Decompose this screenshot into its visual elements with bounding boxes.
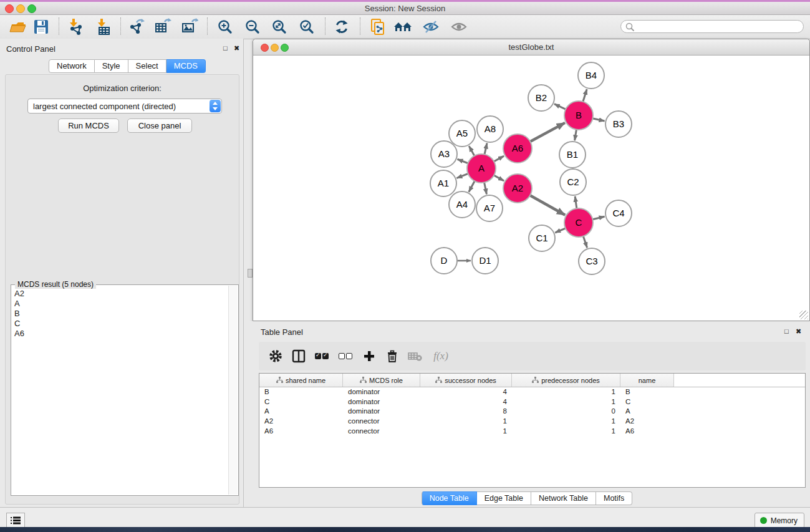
search-input[interactable] (637, 22, 803, 32)
table-row[interactable]: Bdominator41B (259, 387, 805, 397)
cell-name[interactable]: B (620, 387, 674, 397)
column-header-predecessor-nodes[interactable]: predecessor nodes (512, 374, 620, 387)
tab-mcds[interactable]: MCDS (166, 59, 206, 73)
close-panel-button[interactable]: Close panel (127, 118, 192, 133)
node-A5[interactable]: A5 (449, 120, 475, 147)
node-D1[interactable]: D1 (472, 248, 498, 274)
show-all-button[interactable] (448, 16, 470, 37)
result-item[interactable]: A2 (12, 289, 228, 299)
node-C4[interactable]: C4 (605, 200, 632, 226)
cell-name[interactable]: A6 (620, 427, 674, 437)
tab-network[interactable]: Network (49, 59, 95, 73)
cell-MCDS-role[interactable]: dominator (343, 407, 420, 417)
save-session-button[interactable] (31, 16, 52, 37)
node-B[interactable]: B (564, 101, 593, 130)
cell-predecessor-nodes[interactable]: 1 (512, 427, 620, 437)
cell-name[interactable]: C (620, 397, 674, 407)
window-resize-grip[interactable] (799, 311, 808, 319)
column-header-shared-name[interactable]: shared name (259, 374, 343, 387)
result-item[interactable]: A6 (12, 329, 228, 339)
node-C[interactable]: C (564, 208, 593, 237)
tab-select[interactable]: Select (128, 59, 166, 73)
column-header-MCDS-role[interactable]: MCDS role (343, 374, 420, 387)
select-all-button[interactable] (312, 347, 331, 365)
cell-shared-name[interactable]: A6 (259, 427, 343, 437)
result-item[interactable]: A (12, 299, 228, 309)
node-A6[interactable]: A6 (503, 134, 532, 163)
table-row[interactable]: Cdominator41C (259, 397, 805, 407)
memory-button[interactable]: Memory (755, 513, 804, 528)
cell-shared-name[interactable]: A2 (259, 417, 343, 427)
node-A3[interactable]: A3 (431, 141, 457, 167)
result-item[interactable]: B (12, 309, 228, 319)
export-image-button[interactable] (179, 16, 200, 37)
node-A7[interactable]: A7 (476, 195, 503, 221)
node-A[interactable]: A (467, 154, 496, 183)
node-A8[interactable]: A8 (477, 116, 503, 142)
close-panel-icon[interactable]: ✖ (234, 44, 239, 52)
node-C2[interactable]: C2 (560, 169, 586, 195)
criterion-select[interactable]: largest connected component (directed) (27, 99, 222, 114)
node-C1[interactable]: C1 (529, 225, 555, 251)
table-row[interactable]: A6connector11A6 (259, 427, 805, 437)
home-button[interactable] (393, 16, 414, 37)
cell-predecessor-nodes[interactable]: 1 (512, 397, 620, 407)
zoom-fit-button[interactable] (269, 16, 290, 37)
export-network-button[interactable] (126, 16, 147, 37)
cell-successor-nodes[interactable]: 1 (420, 427, 512, 437)
tab-edge-table[interactable]: Edge Table (477, 491, 531, 505)
node-A1[interactable]: A1 (430, 170, 456, 196)
open-session-button[interactable] (7, 16, 28, 37)
clone-network-button[interactable] (367, 16, 388, 37)
network-canvas[interactable]: B4B2BB3A8A5A6A3B1AC2A1A2A4A7C4CC1C3DD1 (253, 56, 809, 321)
node-B3[interactable]: B3 (605, 111, 632, 137)
cell-successor-nodes[interactable]: 4 (420, 387, 512, 397)
function-builder-button[interactable]: f(x) (428, 347, 453, 365)
delete-column-button[interactable] (383, 347, 402, 365)
column-header-successor-nodes[interactable]: successor nodes (420, 374, 512, 387)
import-network-button[interactable] (65, 16, 86, 37)
task-history-button[interactable] (6, 513, 25, 528)
cell-MCDS-role[interactable]: connector (343, 427, 420, 437)
vertical-divider-handle[interactable] (248, 269, 253, 278)
cell-successor-nodes[interactable]: 4 (420, 397, 512, 407)
cell-MCDS-role[interactable]: dominator (343, 397, 420, 407)
cell-name[interactable]: A2 (620, 417, 674, 427)
search-box[interactable] (620, 20, 804, 33)
column-settings-button[interactable] (266, 347, 285, 365)
run-mcds-button[interactable]: Run MCDS (58, 118, 119, 133)
tab-style[interactable]: Style (95, 59, 128, 73)
cell-shared-name[interactable]: A (259, 407, 343, 417)
table-row[interactable]: Adominator80A (259, 407, 805, 417)
import-table-button[interactable] (93, 16, 114, 37)
export-table-button[interactable] (152, 16, 173, 37)
cell-predecessor-nodes[interactable]: 0 (512, 407, 620, 417)
node-B1[interactable]: B1 (559, 142, 586, 168)
column-header-name[interactable]: name (620, 374, 674, 387)
hide-selected-button[interactable] (420, 16, 441, 37)
node-A4[interactable]: A4 (449, 191, 475, 218)
table-row[interactable]: A2connector11A2 (259, 417, 805, 427)
cell-shared-name[interactable]: B (259, 387, 343, 397)
float-panel-icon[interactable]: □ (784, 327, 789, 335)
cell-shared-name[interactable]: C (259, 397, 343, 407)
network-window-titlebar[interactable]: testGlobe.txt (253, 39, 809, 56)
cell-name[interactable]: A (620, 407, 674, 417)
deselect-all-button[interactable] (336, 347, 355, 365)
result-scrollbar[interactable] (228, 286, 238, 495)
cell-MCDS-role[interactable]: dominator (343, 387, 420, 397)
node-C3[interactable]: C3 (579, 248, 605, 274)
zoom-selected-button[interactable] (296, 16, 317, 37)
show-columns-button[interactable] (289, 347, 308, 365)
float-panel-icon[interactable]: □ (223, 44, 228, 52)
delete-table-button[interactable] (406, 347, 425, 365)
node-B2[interactable]: B2 (528, 85, 554, 111)
tab-network-table[interactable]: Network Table (531, 491, 596, 505)
network-graph[interactable]: B4B2BB3A8A5A6A3B1AC2A1A2A4A7C4CC1C3DD1 (253, 56, 809, 321)
node-A2[interactable]: A2 (503, 174, 532, 203)
close-panel-icon[interactable]: ✖ (796, 327, 801, 335)
node-B4[interactable]: B4 (578, 62, 604, 89)
node-D[interactable]: D (431, 248, 457, 274)
result-item[interactable]: C (12, 319, 228, 329)
tab-motifs[interactable]: Motifs (596, 491, 632, 505)
